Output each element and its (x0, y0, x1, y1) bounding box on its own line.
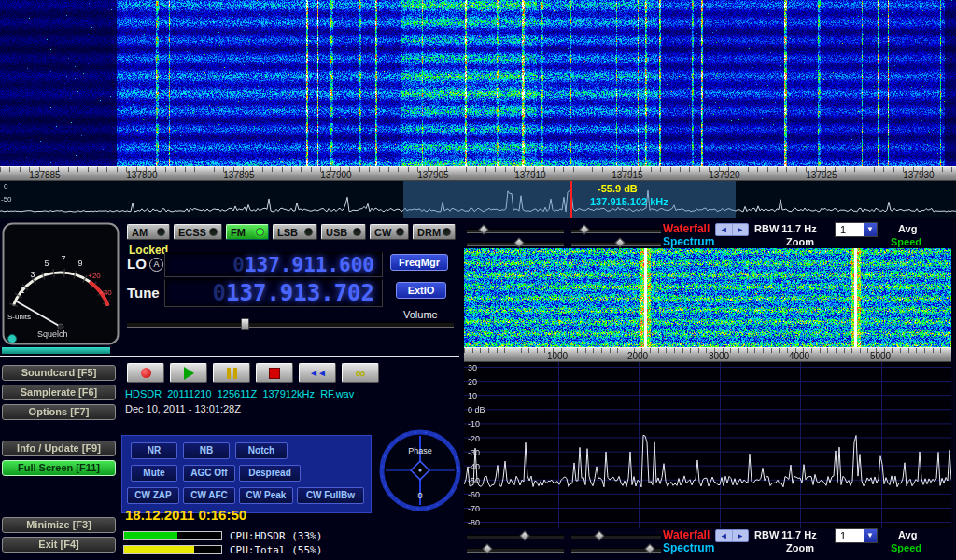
scroll-right-icon[interactable]: ► (733, 530, 749, 541)
avg-label: Avg (898, 223, 917, 234)
zoom-frequency-scale[interactable]: 1000 2000 3000 4000 5000 (464, 347, 951, 362)
squelch-label: Squelch (37, 329, 68, 339)
info-update-button[interactable]: Info / Update [F9] (2, 441, 116, 456)
loop-icon: ∞ (356, 369, 366, 378)
notch-button[interactable]: Notch (235, 442, 288, 459)
main-waterfall-display[interactable] (0, 0, 956, 166)
agc-button[interactable]: AGC Off (183, 465, 235, 482)
scale-label: 4000 (776, 351, 822, 361)
spectrum-preview[interactable]: 0 -50 -55.9 dB 137.915.102 kHz (0, 181, 956, 218)
mode-label: CW (374, 227, 391, 238)
cw-fullbw-button[interactable]: CW FullBw (297, 487, 364, 504)
mode-button-fm[interactable]: FM (226, 224, 269, 240)
db-axis-label: 30 (468, 363, 477, 372)
mute-button[interactable]: Mute (131, 465, 177, 482)
lo-digits[interactable]: 137.911.600 (245, 254, 374, 276)
wav-filename: HDSDR_20111210_125611Z_137912kHz_RF.wav (125, 388, 354, 399)
freqmgr-button[interactable]: FreqMgr (390, 254, 448, 271)
lo-label: LO (127, 256, 147, 272)
dropdown-arrow-icon[interactable]: ▼ (864, 223, 877, 236)
record-button[interactable] (127, 363, 164, 383)
spectrum-section-label: Spectrum (663, 235, 714, 248)
mode-button-am[interactable]: AM (127, 224, 170, 240)
cpu-total-bar (123, 545, 222, 554)
cpu-total-text: CPU:Total (55%) (230, 544, 322, 556)
meter-tick-40: +40 (99, 288, 112, 297)
tune-cursor-line (570, 181, 572, 218)
lo-a-badge[interactable]: A (149, 258, 163, 272)
zoom-waterfall-display[interactable] (464, 248, 951, 347)
meter-tick-9: 9 (77, 259, 82, 268)
db-axis-label: -20 (468, 434, 480, 443)
cw-afc-button[interactable]: CW AFC (183, 487, 235, 504)
clock: 18.12.2011 0:16:50 (125, 507, 246, 523)
cpu-hdsdr-bar (123, 531, 222, 540)
mode-led (304, 228, 313, 236)
scroll-arrows-2[interactable]: ◄ ► (715, 529, 749, 542)
cw-peak-button[interactable]: CW Peak (239, 487, 293, 504)
zoom-label-2: Zoom (786, 542, 814, 553)
play-button[interactable] (170, 363, 207, 383)
waterfall-contrast-slider-2[interactable] (571, 535, 661, 539)
despread-button[interactable]: Despread (239, 465, 301, 482)
exit-button[interactable]: Exit [F4] (2, 537, 116, 553)
mode-label: FM (231, 227, 246, 238)
mode-led (396, 228, 404, 236)
mode-button-drm[interactable]: DRM (413, 224, 456, 240)
tune-digits[interactable]: 137.913.702 (226, 280, 374, 306)
nr-button[interactable]: NR (131, 442, 177, 459)
scroll-arrows[interactable]: ◄ ► (715, 223, 749, 236)
meter-tick-1: 1 (20, 286, 24, 295)
db-axis-label: -40 (468, 462, 480, 471)
meter-tick-7: 7 (61, 254, 65, 263)
s-meter[interactable]: 1 3 5 7 9 +20 +40 S-units Squelch (2, 222, 120, 345)
speed-label: Speed (891, 236, 921, 247)
speed-select-2[interactable]: 1 ▼ (835, 528, 878, 543)
zoom-spectrum-display[interactable] (464, 362, 951, 528)
mode-button-cw[interactable]: CW (370, 224, 409, 240)
mode-button-ecss[interactable]: ECSS (174, 224, 222, 240)
passband-highlight[interactable] (403, 181, 736, 218)
phase-dial[interactable]: Phase 0 (379, 429, 461, 511)
volume-slider-thumb[interactable] (241, 318, 249, 330)
mode-button-lsb[interactable]: LSB (273, 224, 317, 240)
db-axis-label: -70 (468, 504, 480, 513)
squelch-thumb[interactable] (8, 335, 17, 343)
minimize-button[interactable]: Minimize [F3] (2, 517, 116, 533)
soundcard-button[interactable]: Soundcard [F5] (2, 365, 116, 381)
scroll-left-icon[interactable]: ◄ (716, 530, 733, 541)
tune-leading-zero: 0 (213, 280, 226, 306)
stop-button[interactable] (256, 363, 293, 383)
waterfall-brightness-slider-2[interactable] (467, 535, 564, 539)
cursor-freq-readout: 137.915.102 kHz (590, 196, 668, 207)
phase-label: Phase (408, 446, 432, 455)
fullscreen-button[interactable]: Full Screen [F11] (2, 460, 116, 476)
frequency-ruler[interactable]: 137885 137890 137895 137900 137905 13791… (0, 166, 956, 181)
db-axis-label: -50 (468, 476, 480, 485)
db-axis-label: -60 (468, 490, 480, 499)
loop-button[interactable]: ∞ (342, 363, 379, 383)
ruler-label: 137890 (114, 170, 170, 180)
dropdown-arrow-icon[interactable]: ▼ (864, 529, 877, 542)
samplerate-button[interactable]: Samplerate [F6] (2, 385, 116, 400)
cw-zap-button[interactable]: CW ZAP (127, 487, 179, 504)
recording-timestamp: Dec 10, 2011 - 13:01:28Z (125, 403, 241, 414)
ruler-label: 137910 (502, 170, 558, 180)
scroll-right-icon[interactable]: ► (733, 224, 749, 235)
meter-tick-5: 5 (44, 259, 49, 268)
speed-select[interactable]: 1 ▼ (835, 222, 878, 237)
mode-button-usb[interactable]: USB (321, 224, 366, 240)
rewind-button[interactable]: ◄◄ (299, 363, 336, 383)
scroll-left-icon[interactable]: ◄ (716, 224, 733, 235)
ruler-label: 137905 (405, 170, 461, 180)
options-button[interactable]: Options [F7] (2, 404, 116, 420)
ruler-label: 137895 (211, 170, 267, 180)
tune-frequency-display[interactable]: 0137.913.702 (164, 279, 383, 307)
extio-button[interactable]: ExtIO (396, 282, 446, 299)
nb-button[interactable]: NB (183, 442, 230, 459)
scale-label: 2000 (614, 351, 661, 361)
volume-slider[interactable] (127, 322, 454, 328)
scale-label: 1000 (534, 351, 581, 361)
pause-button[interactable] (213, 363, 250, 383)
lo-frequency-display[interactable]: 0137.911.600 (164, 252, 383, 277)
